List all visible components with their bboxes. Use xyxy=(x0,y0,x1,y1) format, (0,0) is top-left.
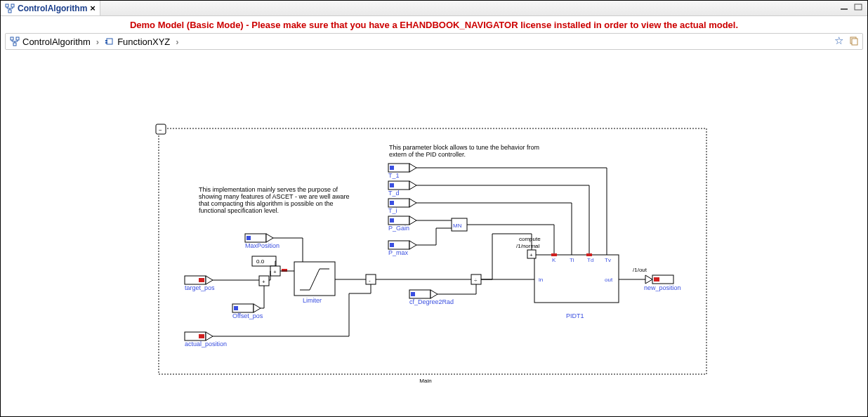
svg-rect-27 xyxy=(390,183,394,187)
svg-text:out: out xyxy=(605,277,613,283)
svg-marker-73 xyxy=(206,332,213,340)
svg-text:/1/normal: /1/normal xyxy=(516,243,540,249)
copy-icon[interactable] xyxy=(848,35,860,46)
svg-text:−: − xyxy=(159,127,162,133)
cf-deg2rad-source: cf_Degree2Rad xyxy=(409,290,454,305)
actual-position-input: actual_position xyxy=(185,332,227,348)
svg-rect-31 xyxy=(390,201,394,205)
svg-rect-72 xyxy=(199,334,204,338)
svg-text:functional specification level: functional specification level. xyxy=(199,207,279,214)
svg-text:new_position: new_position xyxy=(644,284,681,291)
window-controls xyxy=(839,3,863,11)
svg-rect-86 xyxy=(654,277,659,282)
svg-rect-4 xyxy=(855,4,862,10)
breadcrumb-label: ControlAlgorithm xyxy=(22,37,91,47)
new-position-output: new_position xyxy=(644,275,681,291)
svg-rect-5 xyxy=(11,37,13,40)
breadcrumb-actions: ☆ xyxy=(833,35,860,46)
svg-marker-58 xyxy=(266,234,273,242)
svg-text:Offset_pos: Offset_pos xyxy=(232,312,263,319)
svg-marker-81 xyxy=(430,290,438,298)
svg-rect-6 xyxy=(16,37,19,40)
target-pos-input: target_pos xyxy=(185,276,215,291)
svg-rect-54 xyxy=(551,253,557,256)
svg-marker-40 xyxy=(409,241,416,249)
svg-rect-2 xyxy=(8,10,11,13)
svg-text:T_1: T_1 xyxy=(388,172,400,179)
svg-rect-1 xyxy=(11,4,14,7)
svg-marker-65 xyxy=(206,276,213,284)
breadcrumb-item-control-algorithm[interactable]: ControlAlgorithm › xyxy=(8,37,103,47)
svg-text:Td: Td xyxy=(587,257,593,263)
svg-rect-35 xyxy=(390,218,394,223)
svg-text:Tv: Tv xyxy=(605,257,611,263)
svg-marker-24 xyxy=(409,164,416,172)
breadcrumb-item-function-xyz[interactable]: FunctionXYZ › xyxy=(103,37,183,47)
app-frame: ControlAlgorithm × Demo Model (Basic Mod… xyxy=(0,0,868,417)
svg-text:+: + xyxy=(530,252,533,258)
warning-banner: Demo Model (Basic Mode) - Please make su… xyxy=(1,16,867,33)
param-t1: T_1 xyxy=(388,164,416,179)
breadcrumb-label: FunctionXYZ xyxy=(117,37,170,47)
svg-text:showing many features of ASCET: showing many features of ASCET - we are … xyxy=(199,193,349,200)
svg-rect-8 xyxy=(107,39,112,44)
svg-rect-13 xyxy=(159,128,706,374)
svg-text:/1/out: /1/out xyxy=(633,267,647,273)
svg-text:-: - xyxy=(369,277,371,284)
svg-text:in: in xyxy=(539,277,543,283)
svg-text:that compacting this algorithm: that compacting this algorithm is possib… xyxy=(199,200,334,207)
diagram-canvas[interactable]: − Main This implementation mainly serves… xyxy=(1,51,867,416)
svg-text:extern of the PID controller.: extern of the PID controller. xyxy=(389,151,466,158)
svg-text:K: K xyxy=(552,257,556,263)
svg-text:compute: compute xyxy=(519,236,541,242)
svg-text:actual_position: actual_position xyxy=(185,340,227,348)
svg-rect-23 xyxy=(390,166,394,170)
svg-text:target_pos: target_pos xyxy=(185,284,215,291)
tab-title: ControlAlgorithm xyxy=(18,4,87,13)
svg-text:PIDT1: PIDT1 xyxy=(566,312,584,319)
maximize-icon[interactable] xyxy=(853,3,863,11)
svg-rect-0 xyxy=(6,4,8,7)
svg-text:+: + xyxy=(273,269,277,275)
svg-text:T_d: T_d xyxy=(388,190,400,197)
svg-text:+: + xyxy=(262,279,265,285)
svg-rect-12 xyxy=(852,39,857,45)
svg-marker-28 xyxy=(409,181,416,190)
svg-text:This parameter block allows to: This parameter block allows to tune the … xyxy=(389,144,539,151)
svg-rect-3 xyxy=(841,8,848,10)
tab-close-icon[interactable]: × xyxy=(90,4,96,13)
svg-rect-68 xyxy=(234,306,238,310)
svg-text:cf_Degree2Rad: cf_Degree2Rad xyxy=(409,298,454,305)
svg-marker-69 xyxy=(254,304,261,312)
param-ti: T_i xyxy=(388,199,416,214)
svg-rect-64 xyxy=(199,278,204,282)
svg-text:T_i: T_i xyxy=(388,207,397,214)
svg-marker-84 xyxy=(645,275,652,284)
diagram-icon xyxy=(10,37,20,46)
param-pmax: P_max xyxy=(388,241,416,256)
param-pgain: P_Gain xyxy=(388,216,416,232)
svg-text:This implementation mainly ser: This implementation mainly serves the pu… xyxy=(199,186,338,193)
svg-rect-80 xyxy=(411,292,415,296)
favorite-icon[interactable]: ☆ xyxy=(833,35,844,46)
svg-text:÷: ÷ xyxy=(474,277,478,284)
minimize-icon[interactable] xyxy=(839,3,849,11)
svg-text:MaxPosition: MaxPosition xyxy=(245,242,280,249)
svg-rect-7 xyxy=(13,43,16,46)
svg-marker-36 xyxy=(409,216,416,225)
offset-pos-source: Offset_pos xyxy=(232,304,263,319)
svg-text:0.0: 0.0 xyxy=(256,258,265,265)
tab-bar: ControlAlgorithm × xyxy=(1,1,867,16)
svg-rect-57 xyxy=(246,236,251,240)
svg-rect-9 xyxy=(105,40,107,41)
svg-text:Ti: Ti xyxy=(570,257,574,263)
breadcrumb: ControlAlgorithm › FunctionXYZ › ☆ xyxy=(5,33,863,50)
svg-text:Limiter: Limiter xyxy=(303,297,322,304)
max-position-source: MaxPosition xyxy=(245,234,280,249)
subtract-block xyxy=(366,274,376,284)
tab-control-algorithm[interactable]: ControlAlgorithm × xyxy=(1,1,100,15)
component-icon xyxy=(105,37,114,46)
chevron-right-icon: › xyxy=(173,37,181,47)
svg-rect-39 xyxy=(390,243,394,247)
param-td: T_d xyxy=(388,181,416,197)
